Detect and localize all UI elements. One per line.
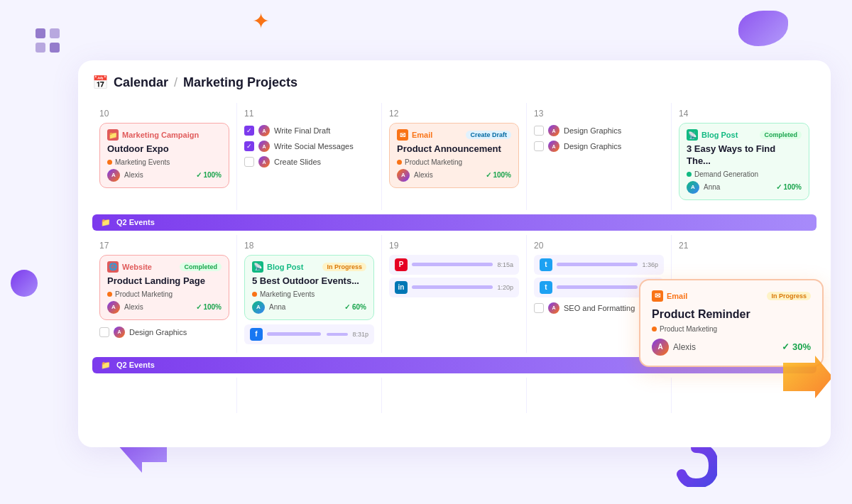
- day-number-11: 11: [244, 109, 374, 119]
- social-bar: [557, 263, 638, 266]
- social-bar: [412, 263, 493, 266]
- design-item-17[interactable]: A Design Graphics: [99, 324, 229, 340]
- avatar-alexis: A: [397, 169, 410, 182]
- avatar: A: [548, 125, 559, 136]
- svg-marker-1: [783, 356, 831, 398]
- q2-label: Q2 Events: [116, 218, 155, 226]
- card-email-reminder[interactable]: ✉ Email In Progress Product Reminder Pro…: [639, 279, 824, 367]
- social-bar: [267, 332, 321, 336]
- deco-blob: [738, 11, 788, 46]
- social-time: 8:31p: [352, 331, 368, 338]
- twitter-icon: t: [540, 258, 552, 271]
- deco-hook-right: [674, 444, 717, 490]
- progress: ✓ 100%: [196, 303, 222, 311]
- day-number-10: 10: [99, 109, 229, 119]
- progress: ✓ 30%: [782, 341, 811, 352]
- checklist-text: Create Slides: [274, 158, 321, 166]
- q2-icon-2: 📁: [101, 361, 111, 370]
- website-icon: 🌐: [107, 261, 119, 273]
- badge-completed: Completed: [760, 131, 802, 139]
- assignee: Anna: [269, 303, 285, 311]
- avatar: A: [548, 302, 559, 314]
- checkbox: [534, 126, 544, 136]
- avatar: A: [258, 156, 270, 168]
- day-14: 14 📡 Blog Post Completed 3 Easy Ways to …: [672, 103, 816, 210]
- tag-dot: [652, 327, 657, 332]
- calendar-icon: 📅: [92, 75, 108, 90]
- social-linkedin[interactable]: in 1:20p: [389, 278, 519, 297]
- checkbox-done: ✓: [244, 141, 254, 151]
- tag-dot: [687, 172, 692, 177]
- day-number-18: 18: [244, 241, 374, 251]
- avatar-anna: A: [252, 301, 265, 314]
- card-product-announcement[interactable]: ✉ Email Create Draft Product Announcemen…: [389, 123, 519, 188]
- card-footer: A Alexis ✓ 100%: [107, 301, 222, 314]
- progress: ✓ 60%: [344, 303, 366, 311]
- deco-circle: [11, 270, 38, 297]
- tag-dot: [252, 292, 257, 297]
- blog-icon: 📡: [687, 129, 698, 141]
- day-number-17: 17: [99, 241, 229, 251]
- design-item-2[interactable]: A Design Graphics: [534, 138, 664, 154]
- social-facebook[interactable]: f 8:31p: [244, 324, 374, 344]
- card-type-label: Blog Post: [267, 263, 303, 271]
- day-12: 12 ✉ Email Create Draft Product Announce…: [382, 103, 527, 210]
- progress: ✓ 100%: [196, 171, 222, 179]
- day-number-21: 21: [679, 241, 809, 251]
- social-time: 1:36p: [642, 261, 658, 268]
- card-footer: A Anna ✓ 100%: [687, 181, 802, 194]
- day-18: 18 📡 Blog Post In Progress 5 Best Outdoo…: [237, 235, 382, 353]
- day-number-13: 13: [534, 109, 664, 119]
- card-title: 3 Easy Ways to Find The...: [687, 143, 802, 168]
- seo-label: SEO and Formatting: [564, 304, 635, 312]
- day-number-19: 19: [389, 241, 519, 251]
- checkbox-done: ✓: [244, 126, 254, 136]
- progress: ✓ 100%: [776, 183, 802, 191]
- blog-icon: 📡: [252, 261, 263, 273]
- design-label: Design Graphics: [564, 126, 621, 135]
- avatar-alexis: A: [107, 301, 120, 314]
- checklist-text: Write Social Messages: [274, 142, 354, 150]
- design-item-1[interactable]: A Design Graphics: [534, 123, 664, 138]
- checklist-text: Write Final Draft: [274, 126, 330, 135]
- main-container: 📅 Calendar / Marketing Projects 10 📁 Mar…: [78, 60, 831, 447]
- badge: Create Draft: [466, 131, 511, 139]
- breadcrumb-part1: Calendar: [114, 75, 168, 90]
- card-tag-marketing-events: Marketing Events: [107, 158, 222, 166]
- card-title: Product Announcement: [397, 143, 511, 155]
- day-number-14: 14: [679, 109, 809, 119]
- twitter-icon-2: t: [540, 281, 552, 294]
- card-outdoor-expo[interactable]: 📁 Marketing Campaign Outdoor Expo Market…: [99, 123, 229, 188]
- day-13: 13 A Design Graphics A Design Graphics: [527, 103, 672, 210]
- social-twitter-1[interactable]: t 1:36p: [534, 255, 664, 275]
- checklist-item-1[interactable]: ✓ A Write Final Draft: [244, 123, 374, 138]
- tag-dot: [107, 292, 112, 297]
- card-title: Product Reminder: [652, 307, 811, 322]
- card-title: 5 Best Outdoor Events...: [252, 275, 366, 287]
- avatar: A: [258, 125, 270, 136]
- card-tag: Demand Generation: [687, 170, 802, 178]
- q2-label-2: Q2 Events: [116, 361, 155, 369]
- assignee: Anna: [704, 183, 720, 191]
- card-tag: Product Marketing: [652, 325, 811, 333]
- card-type-label: Email: [412, 131, 432, 139]
- checklist-item-2[interactable]: ✓ A Write Social Messages: [244, 138, 374, 154]
- avatar-alexis: A: [107, 169, 120, 182]
- avatar-anna: A: [687, 181, 699, 194]
- day-empty-3: [382, 378, 527, 413]
- card-product-landing[interactable]: 🌐 Website Completed Product Landing Page…: [99, 255, 229, 320]
- assignee: Alexis: [414, 171, 433, 179]
- card-title: Product Landing Page: [107, 275, 222, 287]
- email-icon: ✉: [397, 129, 408, 141]
- card-title-outdoor: Outdoor Expo: [107, 143, 222, 155]
- social-bar: [412, 285, 493, 289]
- social-pinterest[interactable]: P 8:15a: [389, 255, 519, 275]
- checklist-item-3[interactable]: A Create Slides: [244, 154, 374, 170]
- progress: ✓ 100%: [486, 171, 511, 179]
- card-blog-post[interactable]: 📡 Blog Post Completed 3 Easy Ways to Fin…: [679, 123, 809, 200]
- tag-dot: [107, 160, 112, 165]
- design-label: Design Graphics: [564, 142, 621, 150]
- q2-band-container-1: 📁 Q2 Events: [92, 210, 816, 235]
- card-blog-outdoor[interactable]: 📡 Blog Post In Progress 5 Best Outdoor E…: [244, 255, 374, 320]
- card-type-label: Website: [122, 263, 152, 271]
